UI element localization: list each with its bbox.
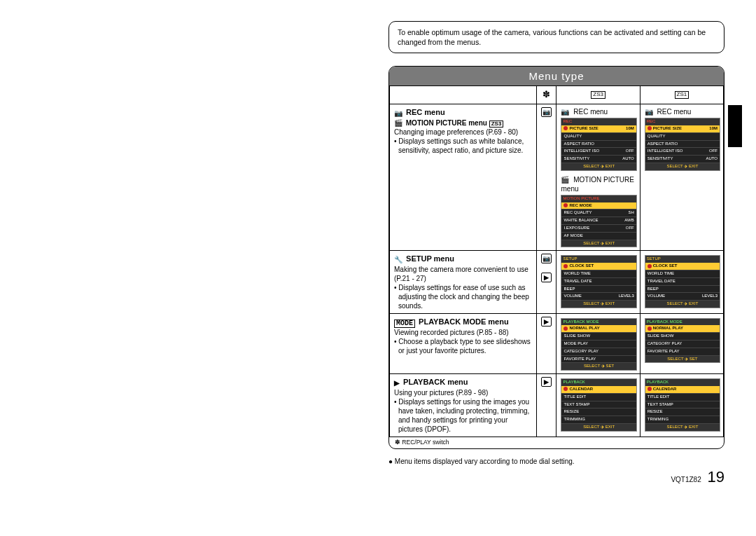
manual-page: To enable optimum usage of the camera, v…: [388, 21, 724, 465]
header-blank: [390, 86, 537, 104]
cell-model-a: PLAYBACK MODE NORMAL PLAYSLIDE SHOWMODE …: [556, 313, 640, 374]
table-header-row: ✽ ZS3 ZS1: [390, 86, 724, 104]
cell-switch: 📷: [536, 104, 556, 251]
footer-code: VQT1Z82: [671, 476, 701, 483]
menu-desc-bullet: • Choose a playback type to see slidesho…: [394, 337, 532, 355]
menu-thumbnail: SETUP CLOCK SETWORLD TIMETRAVEL DATEBEEP…: [645, 255, 720, 308]
thumb-label: REC menu: [561, 107, 635, 116]
menu-type-table: ✽ ZS3 ZS1 REC menu MOTION PICTURE menu Z…: [389, 85, 724, 437]
header-switch: ✽: [536, 86, 556, 104]
menu-desc-bullet: • Displays settings for using the images…: [394, 397, 532, 434]
menu-thumbnail: MOTION PICTURE REC MODEREC QUALITYSHWHIT…: [561, 195, 636, 248]
cell-description: SETUP menuMaking the camera more conveni…: [390, 251, 537, 313]
table-row: PLAYBACK menuUsing your pictures (P.89 -…: [390, 374, 724, 437]
table-row: SETUP menuMaking the camera more conveni…: [390, 251, 724, 313]
page-footer: VQT1Z82 19: [671, 468, 724, 486]
play-switch-icon: ▶: [541, 273, 552, 282]
wrench-icon: [394, 254, 402, 264]
movie-icon: [394, 119, 402, 127]
cell-model-a: REC menu REC PICTURE SIZE10MQUALITYASPEC…: [556, 104, 640, 251]
cell-description: PLAYBACK menuUsing your pictures (P.89 -…: [390, 374, 537, 437]
menu-desc-bullet: • Displays settings such as white balanc…: [394, 137, 532, 155]
menu-thumbnail: REC PICTURE SIZE10MQUALITYASPECT RATIOIN…: [561, 118, 636, 171]
menu-thumbnail: PLAYBACK MODE NORMAL PLAYSLIDE SHOWCATEG…: [645, 318, 720, 364]
table-footnote: ✽ REC/PLAY switch: [389, 437, 724, 448]
note-below: ● Menu items displayed vary according to…: [388, 458, 724, 465]
menu-desc-line: Changing image preferences (P.69 - 80): [394, 128, 532, 137]
cell-switch: ▶: [536, 374, 556, 437]
play-switch-icon: ▶: [541, 377, 552, 387]
menu-desc-line: Using your pictures (P.89 - 98): [394, 388, 532, 397]
menu-thumbnail: REC PICTURE SIZE10MQUALITYASPECT RATIOIN…: [645, 118, 720, 171]
table-row: MODE PLAYBACK MODE menuViewing recorded …: [390, 313, 724, 374]
cell-model-b: REC menu REC PICTURE SIZE10MQUALITYASPEC…: [640, 104, 723, 251]
cell-model-b: PLAYBACK CALENDARTITLE EDITTEXT STAMPRES…: [640, 374, 723, 437]
menu-thumbnail: PLAYBACK CALENDARTITLE EDITTEXT STAMPRES…: [561, 378, 636, 432]
thumb-label: REC menu: [645, 107, 719, 116]
header-model-b: ZS1: [640, 86, 723, 104]
callout-pointer: [388, 210, 389, 230]
menu-type-panel: Menu type ✽ ZS3 ZS1 REC menu MOTION PICT…: [388, 66, 724, 448]
menu-desc-bullet: • Displays settings for ease of use such…: [394, 283, 532, 310]
cell-switch: 📷▶: [536, 251, 556, 313]
menu-thumbnail: PLAYBACK MODE NORMAL PLAYSLIDE SHOWMODE …: [561, 318, 636, 371]
cell-model-a: PLAYBACK CALENDARTITLE EDITTEXT STAMPRES…: [556, 374, 640, 437]
camera-icon: [645, 108, 653, 116]
menu-desc-line: Viewing recorded pictures (P.85 - 88): [394, 328, 532, 337]
menu-heading: REC menu: [394, 107, 532, 118]
play-switch-icon: ▶: [541, 317, 552, 327]
cell-model-a: SETUP CLOCK SETWORLD TIMETRAVEL DATEBEEP…: [556, 251, 640, 313]
rec-switch-icon: 📷: [541, 254, 552, 263]
cell-model-b: SETUP CLOCK SETWORLD TIMETRAVEL DATEBEEP…: [640, 251, 723, 313]
camera-icon: [561, 108, 569, 116]
cell-description: REC menu MOTION PICTURE menu ZS3Changing…: [390, 104, 537, 251]
menu-thumbnail: SETUP CLOCK SETWORLD TIMETRAVEL DATEBEEP…: [561, 255, 636, 308]
side-tab: [728, 105, 742, 147]
menu-desc-line: Making the camera more convenient to use…: [394, 265, 532, 283]
page-number: 19: [708, 468, 724, 486]
menu-subheading: MOTION PICTURE menu ZS3: [394, 118, 532, 128]
menu-thumbnail: PLAYBACK CALENDARTITLE EDITTEXT STAMPRES…: [645, 378, 720, 432]
play-icon: [394, 378, 400, 387]
intro-text: To enable optimum usage of the camera, v…: [388, 21, 724, 53]
menu-heading: SETUP menu: [394, 254, 532, 264]
cell-model-b: PLAYBACK MODE NORMAL PLAYSLIDE SHOWCATEG…: [640, 313, 723, 374]
table-row: REC menu MOTION PICTURE menu ZS3Changing…: [390, 104, 724, 251]
thumb-label: MOTION PICTURE menu: [561, 175, 635, 193]
movie-icon: [561, 176, 569, 184]
cell-description: MODE PLAYBACK MODE menuViewing recorded …: [390, 313, 537, 374]
cell-switch: ▶: [536, 313, 556, 374]
menu-heading: MODE PLAYBACK MODE menu: [394, 317, 532, 328]
camera-icon: [394, 108, 402, 118]
camera-switch-icon: 📷: [541, 107, 552, 117]
header-model-a: ZS3: [556, 86, 640, 104]
section-title: Menu type: [389, 67, 724, 85]
menu-heading: PLAYBACK menu: [394, 377, 532, 387]
mode-icon: MODE: [394, 319, 415, 328]
